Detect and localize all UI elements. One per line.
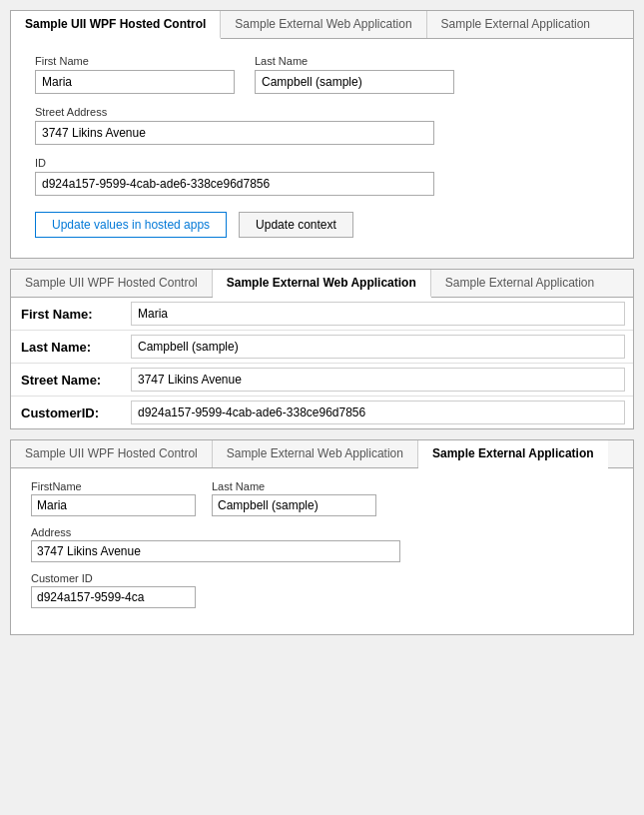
panel3-customerid-label: Customer ID	[31, 572, 196, 584]
panel3-content: FirstName Last Name Address Customer ID	[11, 468, 633, 634]
panel2-lastname-row: Last Name: Campbell (sample)	[11, 331, 633, 364]
update-context-button[interactable]: Update context	[239, 212, 353, 238]
panel1-tab-bar: Sample UII WPF Hosted Control Sample Ext…	[11, 11, 633, 39]
panel1-street-row: Street Address	[35, 106, 609, 145]
panel3-lastname-input[interactable]	[212, 494, 376, 516]
panel-2: Sample UII WPF Hosted Control Sample Ext…	[10, 269, 634, 429]
panel2-firstname-value: Maria	[131, 302, 625, 326]
panel1-firstname-label: First Name	[35, 55, 235, 67]
panel1-id-row: ID	[35, 157, 609, 196]
panel1-tab-external[interactable]: Sample External Application	[427, 11, 604, 38]
panel1-lastname-field: Last Name	[255, 55, 454, 94]
panel1-street-label: Street Address	[35, 106, 434, 118]
panel3-tab-wpf[interactable]: Sample UII WPF Hosted Control	[11, 440, 213, 467]
panel2-lastname-label: Last Name:	[11, 334, 131, 361]
panel1-name-row: First Name Last Name	[35, 55, 609, 94]
panel1-tab-web[interactable]: Sample External Web Application	[221, 11, 426, 38]
panel3-customerid-input[interactable]	[31, 586, 196, 608]
panel1-lastname-input[interactable]	[255, 70, 454, 94]
panel2-customerid-row: CustomerID: d924a157-9599-4cab-ade6-338c…	[11, 397, 633, 428]
panel2-firstname-row: First Name: Maria	[11, 298, 633, 331]
panel1-lastname-label: Last Name	[255, 55, 454, 67]
panel2-content: First Name: Maria Last Name: Campbell (s…	[11, 298, 633, 428]
panel3-lastname-field: Last Name	[212, 480, 376, 516]
panel3-firstname-label: FirstName	[31, 480, 196, 492]
panel1-firstname-field: First Name	[35, 55, 235, 94]
panel3-firstname-field: FirstName	[31, 480, 196, 516]
panel3-tab-external[interactable]: Sample External Application	[418, 440, 608, 468]
panel1-street-field: Street Address	[35, 106, 434, 145]
panel3-address-row: Address	[31, 526, 613, 562]
panel2-firstname-label: First Name:	[11, 301, 131, 328]
panel3-address-label: Address	[31, 526, 400, 538]
panel3-customerid-row: Customer ID	[31, 572, 613, 608]
panel1-content: First Name Last Name Street Address ID U…	[11, 39, 633, 258]
panel2-street-label: Street Name:	[11, 367, 131, 394]
panel2-street-value: 3747 Likins Avenue	[131, 368, 625, 392]
panel1-id-input[interactable]	[35, 172, 434, 196]
panel2-customerid-label: CustomerID:	[11, 400, 131, 426]
update-hosted-apps-button[interactable]: Update values in hosted apps	[35, 212, 227, 238]
panel3-address-input[interactable]	[31, 540, 400, 562]
panel3-tab-web[interactable]: Sample External Web Application	[213, 440, 418, 467]
panel1-tab-wpf[interactable]: Sample UII WPF Hosted Control	[11, 11, 221, 39]
panel2-lastname-value: Campbell (sample)	[131, 335, 625, 359]
panel3-name-row: FirstName Last Name	[31, 480, 613, 516]
panel1-button-row: Update values in hosted apps Update cont…	[35, 212, 609, 238]
panel2-tab-web[interactable]: Sample External Web Application	[213, 270, 431, 298]
panel1-id-field: ID	[35, 157, 434, 196]
panel2-tab-wpf[interactable]: Sample UII WPF Hosted Control	[11, 270, 213, 297]
panel1-firstname-input[interactable]	[35, 70, 235, 94]
panel1-street-input[interactable]	[35, 121, 434, 145]
panel3-firstname-input[interactable]	[31, 494, 196, 516]
panel3-tab-bar: Sample UII WPF Hosted Control Sample Ext…	[11, 440, 633, 468]
panel3-address-field: Address	[31, 526, 400, 562]
panel3-lastname-label: Last Name	[212, 480, 376, 492]
panel2-tab-external[interactable]: Sample External Application	[431, 270, 608, 297]
panel1-id-label: ID	[35, 157, 434, 169]
panel-1: Sample UII WPF Hosted Control Sample Ext…	[10, 10, 634, 259]
panel2-street-row: Street Name: 3747 Likins Avenue	[11, 364, 633, 397]
panel2-customerid-value: d924a157-9599-4cab-ade6-338ce96d7856	[131, 401, 625, 424]
panel3-customerid-field: Customer ID	[31, 572, 196, 608]
panel-3: Sample UII WPF Hosted Control Sample Ext…	[10, 439, 634, 635]
panel2-tab-bar: Sample UII WPF Hosted Control Sample Ext…	[11, 270, 633, 298]
